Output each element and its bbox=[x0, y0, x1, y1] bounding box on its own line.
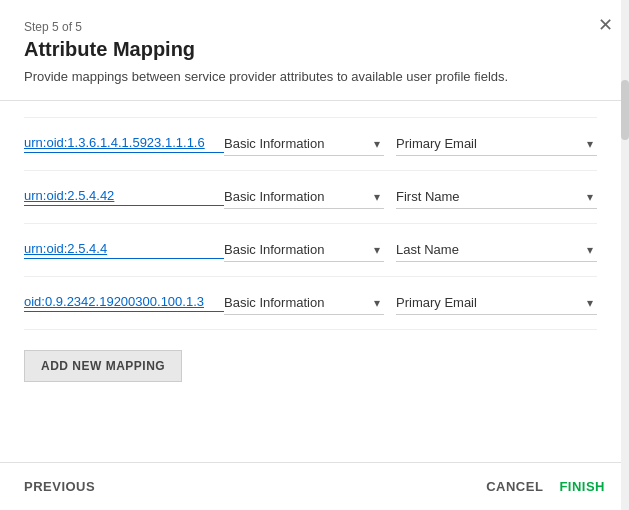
dialog-description: Provide mappings between service provide… bbox=[24, 69, 605, 84]
mapping-row: oid:0.9.2342.19200300.100.1.3Basic Infor… bbox=[24, 277, 597, 330]
field-select[interactable]: Primary EmailFirst NameLast Name bbox=[396, 185, 597, 209]
finish-button[interactable]: FINISH bbox=[559, 479, 605, 494]
dialog-body: urn:oid:1.3.6.1.4.1.5923.1.1.1.6Basic In… bbox=[0, 101, 629, 462]
mapping-row: urn:oid:2.5.4.4Basic Information▾Primary… bbox=[24, 224, 597, 277]
category-select[interactable]: Basic Information bbox=[224, 132, 384, 156]
field-select[interactable]: Primary EmailFirst NameLast Name bbox=[396, 238, 597, 262]
field-select-wrapper: Primary EmailFirst NameLast Name▾ bbox=[396, 291, 597, 315]
field-select-wrapper: Primary EmailFirst NameLast Name▾ bbox=[396, 132, 597, 156]
dialog-title: Attribute Mapping bbox=[24, 38, 605, 61]
field-select[interactable]: Primary EmailFirst NameLast Name bbox=[396, 291, 597, 315]
dialog: Step 5 of 5 Attribute Mapping Provide ma… bbox=[0, 0, 629, 510]
mapping-list: urn:oid:1.3.6.1.4.1.5923.1.1.1.6Basic In… bbox=[24, 117, 597, 330]
category-select-wrapper: Basic Information▾ bbox=[224, 291, 384, 315]
mapping-row: urn:oid:1.3.6.1.4.1.5923.1.1.1.6Basic In… bbox=[24, 117, 597, 171]
attribute-name[interactable]: urn:oid:2.5.4.4 bbox=[24, 241, 224, 259]
category-select-wrapper: Basic Information▾ bbox=[224, 132, 384, 156]
category-select-wrapper: Basic Information▾ bbox=[224, 238, 384, 262]
mapping-row: urn:oid:2.5.4.42Basic Information▾Primar… bbox=[24, 171, 597, 224]
dialog-header: Step 5 of 5 Attribute Mapping Provide ma… bbox=[0, 0, 629, 101]
scrollbar-track[interactable] bbox=[621, 0, 629, 510]
scrollbar-thumb[interactable] bbox=[621, 80, 629, 140]
attribute-name[interactable]: oid:0.9.2342.19200300.100.1.3 bbox=[24, 294, 224, 312]
add-mapping-button[interactable]: ADD NEW MAPPING bbox=[24, 350, 182, 382]
footer-left: PREVIOUS bbox=[24, 479, 95, 494]
field-select-wrapper: Primary EmailFirst NameLast Name▾ bbox=[396, 185, 597, 209]
previous-button[interactable]: PREVIOUS bbox=[24, 479, 95, 494]
field-select-wrapper: Primary EmailFirst NameLast Name▾ bbox=[396, 238, 597, 262]
footer-right: CANCEL FINISH bbox=[486, 479, 605, 494]
category-select-wrapper: Basic Information▾ bbox=[224, 185, 384, 209]
dialog-footer: PREVIOUS CANCEL FINISH bbox=[0, 462, 629, 510]
attribute-name[interactable]: urn:oid:1.3.6.1.4.1.5923.1.1.1.6 bbox=[24, 135, 224, 153]
attribute-name[interactable]: urn:oid:2.5.4.42 bbox=[24, 188, 224, 206]
category-select[interactable]: Basic Information bbox=[224, 238, 384, 262]
field-select[interactable]: Primary EmailFirst NameLast Name bbox=[396, 132, 597, 156]
category-select[interactable]: Basic Information bbox=[224, 291, 384, 315]
category-select[interactable]: Basic Information bbox=[224, 185, 384, 209]
step-label: Step 5 of 5 bbox=[24, 20, 605, 34]
cancel-button[interactable]: CANCEL bbox=[486, 479, 543, 494]
close-button[interactable]: ✕ bbox=[598, 16, 613, 34]
